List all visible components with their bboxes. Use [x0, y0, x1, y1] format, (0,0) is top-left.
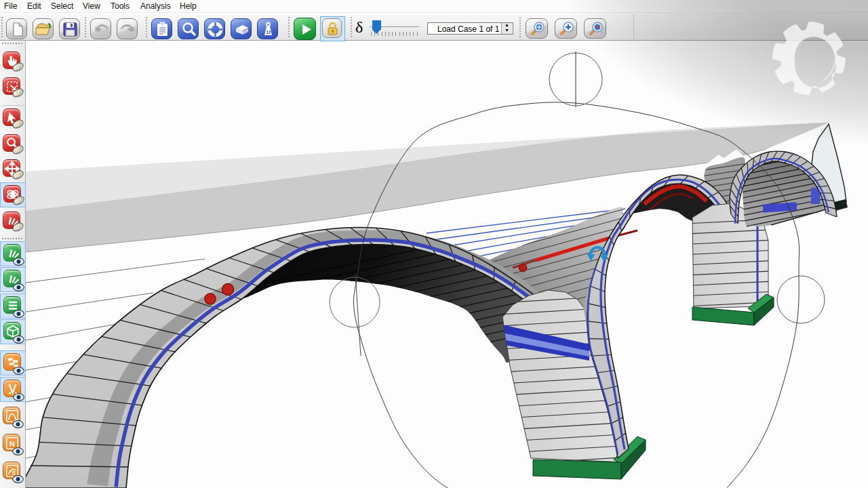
svg-text:1t: 1t — [266, 29, 271, 35]
